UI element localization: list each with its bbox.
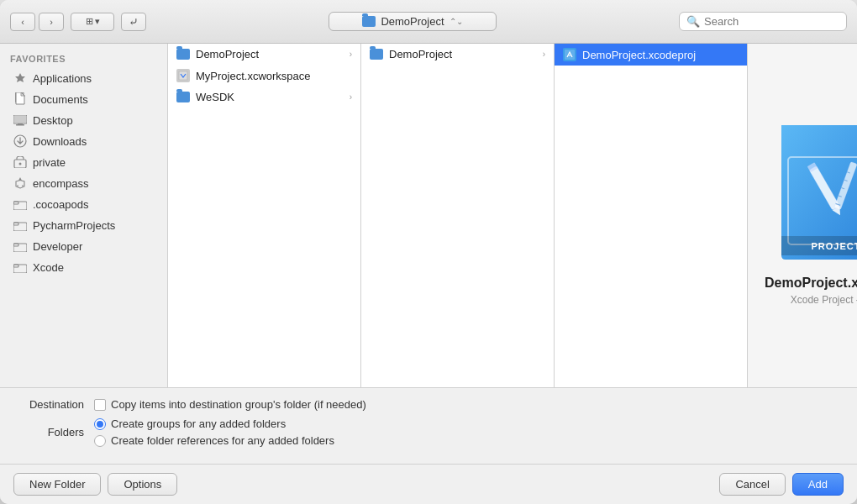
add-button[interactable]: Add [792,473,844,496]
footer-left: New Folder Options [13,473,177,496]
location-dropdown[interactable]: DemoProject ⌃⌄ [329,12,497,31]
svg-rect-15 [13,265,27,273]
search-input[interactable] [704,15,839,28]
xcworkspace-icon [176,69,190,82]
options-button[interactable]: Options [108,473,177,496]
file-label: WeSDK [196,91,234,103]
file-label: DemoProject [389,48,452,60]
sidebar-section-label: Favorites [0,52,167,67]
svg-point-8 [19,163,22,165]
svg-rect-17 [179,71,187,80]
file-item-left: MyProject.xcworkspace [176,69,311,82]
sidebar-label-cocoapods: .cocoapods [33,198,89,211]
private-icon [13,155,27,169]
preview-pane: PROJECT DemoProject.xcodeproj Xcode Proj… [748,44,857,387]
chevron-right-icon: › [350,50,352,59]
sidebar-label-xcode: Xcode [33,261,64,274]
sidebar: Favorites Applications [0,44,168,387]
destination-checkbox-option[interactable]: Copy items into destination group's fold… [94,398,366,411]
sidebar-label-pycharm: PycharmProjects [33,219,115,232]
sidebar-label-developer: Developer [33,240,82,253]
sidebar-item-documents[interactable]: Documents [3,89,164,109]
sidebar-label-desktop: Desktop [33,114,73,127]
svg-rect-5 [16,124,24,126]
location-folder-icon [362,16,376,27]
back-button[interactable]: ‹ [10,13,35,31]
destination-checkbox-label: Copy items into destination group's fold… [111,398,366,411]
view-button[interactable]: ⊞ ▾ [71,13,114,31]
cocoapods-icon [13,197,27,211]
open-dialog: ‹ › ⊞ ▾ ⤶ DemoProject ⌃⌄ 🔍 Favorites [0,0,857,504]
svg-rect-12 [13,223,18,225]
list-item[interactable]: WeSDK › [168,87,360,108]
cancel-button[interactable]: Cancel [719,473,785,496]
preview-meta: Xcode Project - 24 KB [791,294,857,306]
folders-radio-2[interactable] [94,435,106,447]
folders-row: Folders Create groups for any added fold… [17,417,840,447]
svg-rect-11 [13,223,27,231]
sidebar-label-applications: Applications [33,72,92,85]
desktop-icon [13,113,27,127]
folders-radio-option-2[interactable]: Create folder references for any added f… [94,434,334,447]
sidebar-item-pycharm[interactable]: PycharmProjects [3,215,164,235]
folder-icon [176,92,190,102]
list-item[interactable]: DemoProject › [361,44,554,65]
file-item-left: DemoProject [176,48,259,60]
column-1: DemoProject › MyProject.xcworkspace [168,44,361,387]
sidebar-item-cocoapods[interactable]: .cocoapods [3,194,164,214]
destination-label: Destination [17,398,84,411]
file-label: DemoProject [196,48,259,60]
file-label: DemoProject.xcodeproj [582,49,696,61]
chevron-right-icon: › [543,50,545,59]
sidebar-item-xcode[interactable]: Xcode [3,257,164,277]
destination-checkbox[interactable] [94,399,106,411]
sidebar-label-downloads: Downloads [33,135,87,148]
svg-rect-10 [13,202,18,204]
folders-radio-2-label: Create folder references for any added f… [111,434,334,447]
location-bar: DemoProject ⌃⌄ [153,12,672,31]
list-item[interactable]: DemoProject › [168,44,360,65]
sidebar-item-private[interactable]: private [3,152,164,172]
forward-button[interactable]: › [39,13,64,31]
svg-rect-9 [13,202,27,210]
folders-radio-1[interactable] [94,418,106,430]
action-button[interactable]: ⤶ [121,13,146,31]
chevron-right-icon: › [350,92,352,102]
folder-icon [370,49,383,60]
sidebar-item-downloads[interactable]: Downloads [3,131,164,151]
folder-icon [176,49,190,60]
sidebar-item-encompass[interactable]: encompass [3,173,164,193]
file-item-left: DemoProject [370,48,452,60]
column-2: DemoProject › [361,44,555,387]
downloads-icon [13,134,27,148]
view-chevron-icon: ▾ [95,16,100,27]
folders-label: Folders [17,426,84,438]
sidebar-item-applications[interactable]: Applications [3,68,164,88]
column-3: DemoProject.xcodeproj [555,44,748,387]
footer: New Folder Options Cancel Add [0,464,857,504]
location-chevron-icon: ⌃⌄ [450,17,463,26]
svg-rect-13 [13,244,27,252]
file-item-left: DemoProject.xcodeproj [563,48,696,61]
sidebar-item-developer[interactable]: Developer [3,236,164,256]
xcodeproj-preview-icon: PROJECT [773,125,857,260]
svg-rect-14 [13,244,18,246]
folders-radio-1-label: Create groups for any added folders [111,417,286,430]
list-item[interactable]: MyProject.xcworkspace [168,65,360,87]
search-box[interactable]: 🔍 [679,12,847,31]
folders-radio-option-1[interactable]: Create groups for any added folders [94,417,334,430]
search-icon: 🔍 [686,15,700,28]
xcode-icon [13,260,27,274]
action-icon: ⤶ [129,15,139,29]
new-folder-button[interactable]: New Folder [13,473,101,496]
toolbar: ‹ › ⊞ ▾ ⤶ DemoProject ⌃⌄ 🔍 [0,0,857,44]
svg-rect-3 [14,116,26,123]
xcodeproj-icon [563,48,576,61]
list-item[interactable]: DemoProject.xcodeproj [555,44,747,66]
developer-icon [13,239,27,253]
folders-options: Create groups for any added folders Crea… [94,417,334,447]
sidebar-item-desktop[interactable]: Desktop [3,110,164,130]
svg-text:PROJECT: PROJECT [811,241,857,251]
sidebar-label-documents: Documents [33,93,88,106]
location-name: DemoProject [381,15,444,28]
